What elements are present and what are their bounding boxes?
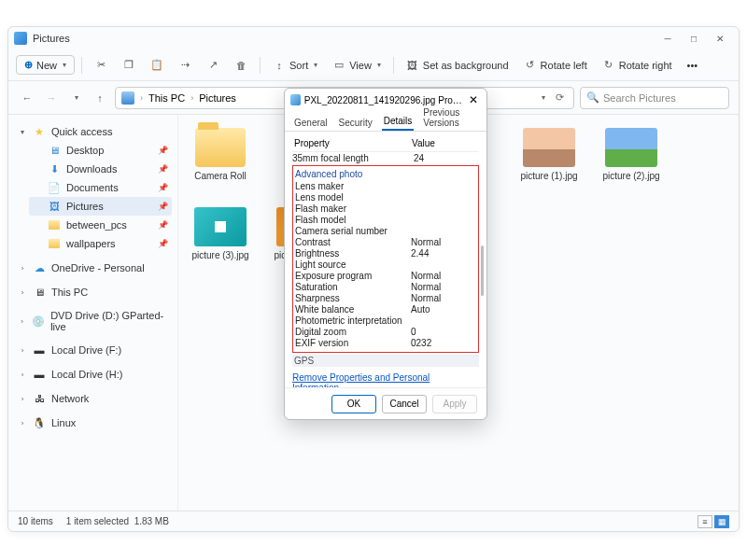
status-selected: 1 item selected 1.83 MB — [66, 516, 169, 526]
set-background-button[interactable]: 🖼Set as background — [401, 56, 514, 75]
property-header: PropertyValue — [292, 135, 479, 152]
tab-details[interactable]: Details — [382, 113, 415, 131]
sidebar-linux[interactable]: ›🐧Linux — [14, 413, 172, 432]
property-row[interactable]: Flash maker — [295, 203, 476, 214]
nav-pane: ▾★Quick access 🖥Desktop📌 ⬇Downloads📌 📄Do… — [8, 115, 178, 511]
forward-button[interactable]: → — [42, 89, 61, 107]
network-icon: 🖧 — [33, 392, 46, 405]
paste-button[interactable]: 📋 — [145, 56, 169, 75]
image-thumb — [523, 128, 575, 167]
property-row[interactable]: EXIF version0232 — [295, 337, 476, 348]
tab-previous-versions[interactable]: Previous Versions — [421, 105, 479, 131]
folder-icon — [195, 128, 246, 167]
desktop-icon: 🖥 — [48, 144, 61, 157]
cancel-button[interactable]: Cancel — [382, 395, 427, 413]
trash-icon: 🗑 — [234, 59, 247, 72]
minimize-button[interactable]: ─ — [655, 29, 681, 48]
ok-button[interactable]: OK — [331, 395, 376, 413]
search-input[interactable]: 🔍 Search Pictures — [580, 87, 729, 109]
close-button[interactable]: ✕ — [707, 29, 733, 48]
more-button[interactable]: ••• — [682, 57, 704, 74]
sidebar-quick-access[interactable]: ▾★Quick access — [14, 122, 172, 141]
sidebar-local-h[interactable]: ›▬Local Drive (H:) — [14, 365, 172, 384]
window-title: Pictures — [33, 33, 70, 44]
property-row[interactable]: Lens model — [295, 191, 476, 203]
view-button[interactable]: ▭View▾ — [327, 56, 387, 75]
property-row[interactable]: White balanceAuto — [295, 303, 476, 315]
delete-button[interactable]: 🗑 — [229, 56, 253, 75]
scissors-icon: ✂ — [94, 59, 107, 72]
details-view-button[interactable]: ≡ — [698, 515, 712, 528]
sidebar-local-f[interactable]: ›▬Local Drive (F:) — [14, 341, 172, 359]
back-button[interactable]: ← — [18, 89, 36, 107]
rotate-right-icon: ↻ — [602, 59, 615, 72]
property-row[interactable]: 35mm focal length24 — [292, 152, 479, 163]
document-icon: 📄 — [48, 181, 61, 194]
tab-general[interactable]: General — [292, 115, 330, 131]
sidebar-onedrive[interactable]: ›☁OneDrive - Personal — [14, 259, 172, 277]
dialog-title: PXL_20220811_141920296.jpg Properties — [304, 95, 462, 105]
sidebar-wallpapers[interactable]: wallpapers📌 — [29, 234, 172, 253]
sidebar-between-pcs[interactable]: between_pcs📌 — [29, 216, 172, 234]
share-button[interactable]: ↗ — [201, 56, 225, 75]
property-row[interactable]: Brightness2.44 — [295, 247, 476, 259]
copy-icon: ❐ — [122, 59, 135, 72]
property-row[interactable]: Lens maker — [295, 180, 476, 191]
rename-button[interactable]: ⇢ — [173, 56, 197, 75]
file-picture-1[interactable]: picture (1).jpg — [516, 128, 582, 181]
sidebar-pictures[interactable]: 🖼Pictures📌 — [29, 197, 172, 216]
property-row[interactable]: Camera serial number — [295, 225, 476, 236]
drive-icon: ▬ — [33, 343, 46, 357]
command-bar: ⊕New▾ ✂ ❐ 📋 ⇢ ↗ 🗑 ↕Sort▾ ▭View▾ 🖼Set as … — [8, 49, 739, 81]
pictures-app-icon — [14, 32, 27, 45]
sidebar-network[interactable]: ›🖧Network — [14, 389, 172, 408]
up-button[interactable]: ↑ — [91, 89, 109, 107]
star-icon: ★ — [33, 125, 46, 138]
cut-button[interactable]: ✂ — [89, 56, 113, 75]
image-thumb — [605, 128, 657, 167]
scrollbar-thumb[interactable] — [481, 245, 484, 296]
rotate-left-button[interactable]: ↺Rotate left — [518, 56, 593, 75]
breadcrumb-leaf[interactable]: Pictures — [199, 92, 236, 104]
status-bar: 10 items 1 item selected 1.83 MB ≡ ▦ — [8, 511, 739, 531]
maximize-button[interactable]: □ — [681, 29, 707, 48]
sort-icon: ↕ — [273, 59, 286, 72]
breadcrumb-root[interactable]: This PC — [148, 92, 185, 104]
cloud-icon: ☁ — [33, 261, 46, 274]
remove-properties-link[interactable]: Remove Properties and Personal Informati… — [292, 372, 479, 387]
property-row[interactable]: Digital zoom0 — [295, 326, 476, 337]
property-row[interactable]: SharpnessNormal — [295, 292, 476, 303]
folder-icon — [48, 218, 61, 231]
file-picture-2[interactable]: picture (2).jpg — [599, 128, 664, 181]
rotate-right-button[interactable]: ↻Rotate right — [597, 56, 678, 75]
property-row[interactable]: SaturationNormal — [295, 281, 476, 292]
recent-button[interactable]: ▾ — [66, 89, 85, 107]
dialog-buttons: OK Cancel Apply — [285, 387, 486, 419]
property-row[interactable]: Exposure programNormal — [295, 270, 476, 281]
sidebar-thispc[interactable]: ›🖥This PC — [14, 283, 172, 301]
sidebar-downloads[interactable]: ⬇Downloads📌 — [29, 160, 172, 178]
sidebar-dvd[interactable]: ›💿DVD Drive (D:) GParted-live — [14, 307, 172, 335]
rotate-left-icon: ↺ — [524, 59, 537, 72]
property-row[interactable]: ContrastNormal — [295, 236, 476, 247]
section-header: Advanced photo — [295, 168, 476, 180]
sort-button[interactable]: ↕Sort▾ — [267, 56, 323, 75]
new-button[interactable]: ⊕New▾ — [16, 55, 75, 75]
drive-icon: ▬ — [33, 368, 46, 381]
property-row[interactable]: Light source — [295, 259, 476, 270]
thumbnails-view-button[interactable]: ▦ — [714, 515, 729, 528]
view-toggle: ≡ ▦ — [698, 515, 729, 528]
file-picture-3[interactable]: picture (3).jpg — [188, 207, 253, 260]
copy-button[interactable]: ❐ — [117, 56, 141, 75]
property-row[interactable]: Flash model — [295, 214, 476, 225]
apply-button: Apply — [432, 395, 477, 413]
image-file-icon — [290, 94, 301, 105]
folder-camera-roll[interactable]: Camera Roll — [188, 128, 253, 181]
tab-security[interactable]: Security — [337, 115, 374, 131]
sidebar-documents[interactable]: 📄Documents📌 — [29, 178, 172, 197]
property-row[interactable]: Photometric interpretation — [295, 315, 476, 326]
rename-icon: ⇢ — [178, 59, 191, 72]
refresh-button[interactable]: ⟳ — [551, 91, 568, 104]
sidebar-desktop[interactable]: 🖥Desktop📌 — [29, 141, 172, 160]
highlighted-region: Advanced photo Lens makerLens modelFlash… — [292, 165, 479, 353]
